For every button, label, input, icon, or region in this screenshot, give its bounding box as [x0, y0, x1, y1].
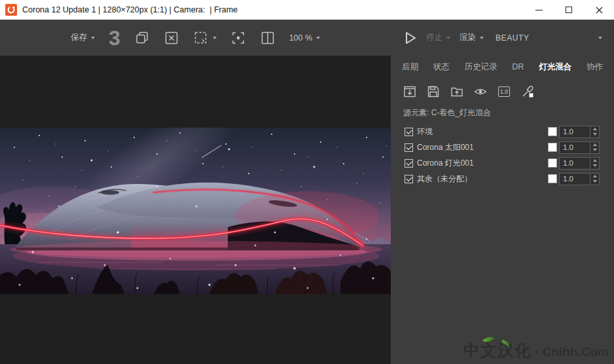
render-image — [0, 128, 391, 294]
side-panel: 停止 渲染 BEAUTY 后期 状态 历史记录 DR 灯光混合 协作 — [391, 20, 614, 364]
panel-tabs: 后期 状态 历史记录 DR 灯光混合 协作 — [391, 56, 614, 78]
pass-counter: 3 — [109, 27, 120, 48]
reset-values-icon[interactable]: 1.0 — [496, 84, 512, 100]
chevron-down-icon — [316, 37, 320, 39]
play-icon[interactable] — [404, 31, 417, 45]
spinner — [590, 158, 599, 169]
spin-down-button[interactable] — [590, 179, 599, 185]
render-controls: 停止 渲染 BEAUTY — [391, 20, 614, 56]
row-label: 其余（未分配） — [417, 173, 472, 185]
checkbox-checked[interactable] — [405, 143, 413, 152]
minimize-icon — [535, 10, 543, 10]
corona-logo-icon — [5, 4, 17, 16]
duplicate-icon[interactable] — [134, 30, 150, 46]
color-swatch[interactable] — [548, 143, 557, 152]
spin-up-button[interactable] — [590, 142, 599, 148]
region-select-icon — [193, 30, 209, 46]
load-icon[interactable] — [449, 84, 465, 100]
spin-down-button[interactable] — [590, 147, 599, 153]
watermark-separator: · — [535, 344, 539, 359]
save-label: 保存 — [71, 32, 87, 43]
stop-button[interactable]: 停止 — [426, 32, 450, 43]
maximize-icon — [566, 7, 572, 13]
save-icon[interactable] — [425, 84, 441, 100]
watermark-site-text: Chihh.Com — [543, 345, 609, 359]
window-controls — [524, 0, 614, 20]
tab-post[interactable]: 后期 — [402, 62, 418, 73]
save-button[interactable]: 保存 — [71, 32, 95, 43]
stop-label: 停止 — [426, 32, 442, 43]
row-label: Corona 太阳001 — [417, 142, 474, 153]
spinner — [590, 126, 599, 137]
tab-stats[interactable]: 状态 — [433, 62, 450, 73]
lightmix-rows: 环境 Corona 太阳001 — [391, 124, 614, 187]
viewport-column: 保存 3 — [0, 20, 391, 364]
watermark-cn-text: 中文汉化 — [463, 340, 532, 361]
spinner — [590, 142, 599, 153]
focus-point-icon[interactable] — [230, 30, 246, 46]
spin-down-button[interactable] — [590, 132, 599, 137]
maximize-button[interactable] — [554, 0, 584, 20]
checkbox-checked[interactable] — [405, 159, 413, 168]
minimize-button[interactable] — [524, 0, 554, 20]
intensity-input[interactable] — [560, 158, 590, 169]
channel-select-value[interactable]: BEAUTY — [496, 33, 530, 43]
title-bar: Corona 12 Update 1 | 1280×720px (1:1) | … — [0, 0, 614, 20]
reset-values-label: 1.0 — [498, 86, 510, 98]
chinese-localization-watermark: 中文汉化 · Chihh.Com — [463, 340, 609, 361]
chevron-down-icon — [446, 37, 450, 39]
row-label: 环境 — [417, 126, 433, 137]
color-swatch[interactable] — [548, 174, 557, 183]
channel-dropdown-icon[interactable] — [598, 37, 602, 39]
tab-collaboration[interactable]: 协作 — [587, 62, 603, 73]
clear-image-icon[interactable] — [164, 30, 179, 46]
tab-lightmix[interactable]: 灯光混合 — [539, 62, 571, 73]
checkbox-checked[interactable] — [405, 128, 413, 136]
zoom-control[interactable]: 100 % — [289, 33, 320, 43]
color-swatch[interactable] — [548, 127, 557, 136]
close-icon — [596, 7, 603, 14]
zoom-value: 100 % — [289, 33, 312, 43]
spin-up-button[interactable] — [590, 126, 599, 132]
checkbox-checked[interactable] — [405, 175, 413, 183]
chevron-down-icon — [480, 37, 484, 39]
lightmix-row-rest-unassigned: 其余（未分配） — [405, 171, 600, 187]
lightmix-row-environment: 环境 — [405, 124, 600, 139]
chevron-down-icon — [91, 37, 95, 39]
spin-up-button[interactable] — [590, 173, 599, 179]
spin-up-button[interactable] — [590, 158, 599, 164]
intensity-input[interactable] — [560, 142, 590, 153]
close-button[interactable] — [584, 0, 614, 20]
intensity-input[interactable] — [560, 126, 590, 137]
lightmix-row-light001: Corona 灯光001 — [405, 155, 600, 171]
render-label: 渲染 — [460, 32, 476, 43]
source-element-label: 源元素: C-着色_灯光混合 — [391, 105, 614, 124]
import-icon[interactable] — [402, 84, 418, 100]
row-label: Corona 灯光001 — [417, 158, 474, 169]
color-picker-icon[interactable] — [520, 84, 535, 100]
chevron-down-icon — [213, 37, 217, 39]
tab-dr[interactable]: DR — [512, 62, 524, 71]
render-canvas[interactable] — [0, 56, 391, 364]
ab-compare-icon[interactable] — [260, 30, 276, 46]
color-swatch[interactable] — [548, 158, 557, 168]
corona-vfb-window: Corona 12 Update 1 | 1280×720px (1:1) | … — [0, 0, 614, 364]
render-button[interactable]: 渲染 — [460, 32, 484, 43]
eye-icon[interactable] — [473, 84, 488, 100]
region-select-button[interactable] — [193, 30, 217, 46]
window-title: Corona 12 Update 1 | 1280×720px (1:1) | … — [22, 5, 238, 14]
lightmix-row-sun001: Corona 太阳001 — [405, 139, 600, 155]
spinner — [590, 173, 599, 185]
lightmix-toolbar: 1.0 — [391, 78, 614, 105]
spin-down-button[interactable] — [590, 163, 599, 169]
intensity-input[interactable] — [560, 173, 590, 185]
tab-history[interactable]: 历史记录 — [465, 62, 497, 73]
vfb-toolbar: 保存 3 — [0, 20, 391, 56]
